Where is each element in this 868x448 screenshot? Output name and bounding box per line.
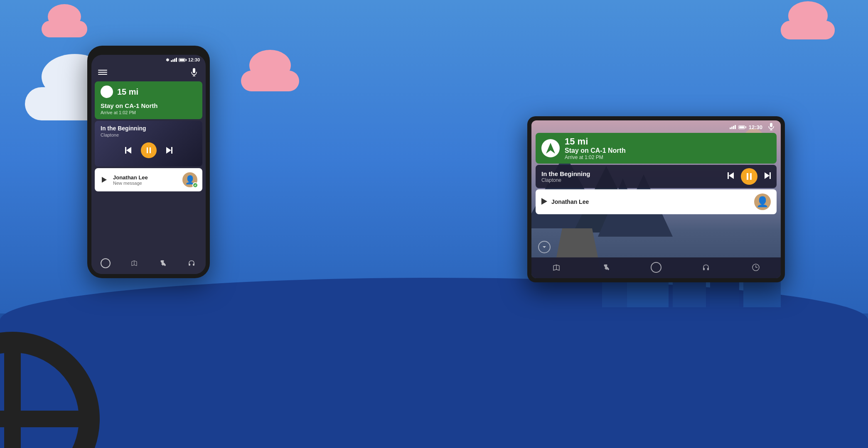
car-battery-icon [738,125,746,129]
svg-rect-12 [193,264,194,266]
car-nav-street: Stay on CA-1 North [565,147,626,154]
message-card[interactable]: Jonathan Lee New message [95,168,202,191]
phone-screen: ✱ 12:30 [91,55,206,274]
svg-marker-8 [166,147,171,154]
car-pause-button[interactable] [741,168,757,185]
svg-rect-3 [125,147,126,154]
car-signal-bars [730,125,736,129]
car-screen: 12:30 15 mi Stay on CA-1 North Arr [531,120,781,278]
svg-marker-9 [102,177,107,183]
svg-rect-6 [150,147,151,153]
battery-icon [179,58,187,62]
next-track-button[interactable] [165,147,172,154]
svg-rect-19 [747,173,748,180]
phone-time: 12:30 [188,57,200,62]
avatar-online-badge [192,182,198,188]
car-status-bar: 12:30 [531,120,781,133]
phone-header [91,64,206,81]
home-nav-button[interactable] [100,257,111,269]
turn-arrow [101,86,113,98]
car-time: 12:30 [749,124,762,130]
phone-nav-button[interactable] [157,257,169,269]
svg-rect-13 [770,123,772,127]
car-display-device: 12:30 15 mi Stay on CA-1 North Arr [527,116,785,282]
bluetooth-icon: ✱ [166,58,169,62]
car-microphone-icon[interactable] [768,123,774,131]
car-phone-nav-button[interactable] [600,261,613,274]
svg-marker-16 [546,143,555,154]
nav-eta: Arrive at 1:02 PM [101,110,197,115]
svg-rect-5 [147,147,148,153]
nav-distance: 15 mi [117,87,138,97]
navigation-card[interactable]: 15 mi Stay on CA-1 North Arrive at 1:02 … [95,81,202,119]
cloud-pink-topleft [42,8,87,37]
car-headset-nav-button[interactable] [699,261,713,274]
car-prev-track-button[interactable] [728,172,735,181]
car-bottom-navigation [531,257,781,278]
pause-button[interactable] [141,142,157,158]
phone-status-bar: ✱ 12:30 [91,55,206,64]
prev-track-button[interactable] [125,147,133,154]
cloud-pink-topright [781,6,835,39]
car-music-card[interactable]: In the Beginning Claptone [536,165,777,188]
svg-marker-23 [541,198,547,205]
svg-marker-4 [126,147,131,154]
svg-rect-17 [728,172,729,179]
music-card[interactable]: In the Beginning Claptone [95,121,202,166]
cloud-pink-center [241,54,299,91]
menu-icon[interactable] [98,70,107,75]
microphone-icon[interactable] [189,67,199,77]
phone-bottom-navigation [91,253,206,274]
signal-bars [171,58,177,62]
car-music-artist: Claptone [541,177,723,183]
car-contact-avatar [754,193,771,210]
maps-nav-button[interactable] [128,257,140,269]
car-turn-arrow [541,139,560,157]
car-message-card[interactable]: Jonathan Lee [536,189,777,214]
car-message-contact-name: Jonathan Lee [551,198,750,205]
svg-rect-0 [193,68,195,73]
svg-marker-22 [765,172,770,179]
nav-street: Stay on CA-1 North [101,102,197,109]
svg-rect-26 [703,268,705,270]
svg-rect-27 [707,268,709,270]
svg-rect-11 [189,264,190,266]
headset-nav-button[interactable] [186,257,197,269]
car-next-track-button[interactable] [763,172,771,181]
music-artist: Claptone [101,132,197,137]
svg-marker-18 [729,172,734,179]
car-message-play-icon[interactable] [541,198,547,206]
car-maps-nav-button[interactable] [550,261,563,274]
message-play-icon[interactable] [100,175,109,184]
svg-marker-24 [543,246,546,248]
car-music-title: In the Beginning [541,170,723,177]
expand-button[interactable] [538,241,551,253]
message-subtitle: New message [113,181,178,186]
svg-rect-20 [750,173,752,180]
phone-device: ✱ 12:30 [87,46,210,278]
message-contact-name: Jonathan Lee [113,174,178,181]
car-nav-eta: Arrive at 1:02 PM [565,154,626,160]
car-home-nav-button[interactable] [649,261,663,274]
car-history-nav-button[interactable] [749,261,762,274]
music-title: In the Beginning [101,125,197,132]
svg-rect-7 [171,147,172,154]
car-nav-distance: 15 mi [565,136,626,147]
car-navigation-card[interactable]: 15 mi Stay on CA-1 North Arrive at 1:02 … [536,133,777,164]
svg-rect-21 [770,172,771,179]
